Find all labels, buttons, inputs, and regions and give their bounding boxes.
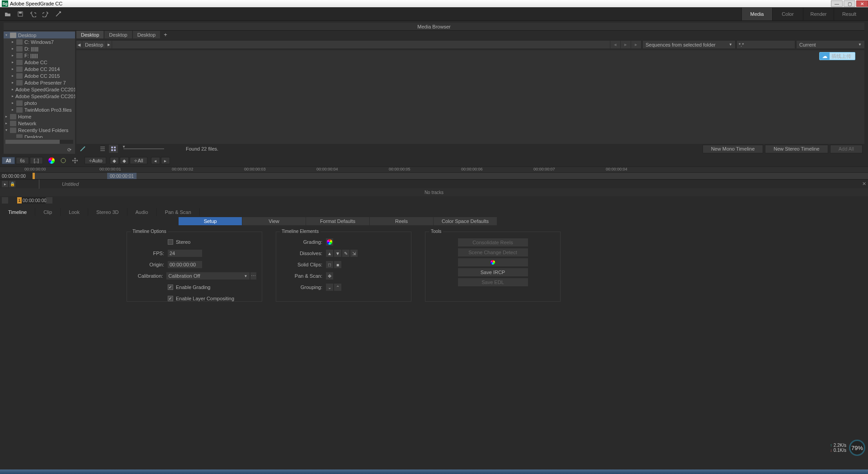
group-expand-icon[interactable]: ⌃: [334, 284, 341, 291]
nav-up-icon[interactable]: ▸: [631, 41, 641, 48]
tree-item-recently-used-folders[interactable]: ▾Recently Used Folders: [4, 127, 75, 133]
track-close-icon[interactable]: ✕: [862, 181, 866, 187]
tree-recent-desktop[interactable]: Desktop: [4, 133, 75, 138]
tree-item-adobe-cc-2015[interactable]: ▸Adobe CC 2015: [4, 72, 75, 79]
subtab-format-defaults[interactable]: Format Defaults: [306, 217, 369, 225]
fps-input[interactable]: 24: [168, 250, 202, 257]
tree-item-network[interactable]: ▸Network: [4, 120, 75, 127]
solid-fill-icon[interactable]: ■: [334, 261, 341, 268]
path-back-icon[interactable]: ◄: [76, 41, 82, 48]
color-tool-button[interactable]: [458, 258, 528, 266]
close-button[interactable]: ✕: [856, 0, 868, 7]
settings-icon[interactable]: [54, 10, 62, 18]
tree-root-desktop[interactable]: ▾Desktop: [4, 32, 75, 38]
solid-outline-icon[interactable]: □: [326, 261, 333, 268]
new-mono-timeline-button[interactable]: New Mono Timeline: [703, 145, 764, 153]
subtab-setup[interactable]: Setup: [179, 217, 242, 225]
list-view-icon[interactable]: [98, 145, 107, 153]
subtab-view[interactable]: View: [242, 217, 306, 225]
tree-item-adobe-cc-2014[interactable]: ▸Adobe CC 2014: [4, 66, 75, 72]
color-wheel-icon[interactable]: [47, 157, 57, 164]
main-tab-media[interactable]: Media: [741, 8, 772, 20]
tree-item-adobe-cc[interactable]: ▸Adobe CC: [4, 59, 75, 66]
nav-next-icon[interactable]: ▸: [621, 41, 631, 48]
move-icon[interactable]: [70, 157, 80, 164]
grading-swatch-icon[interactable]: [326, 238, 333, 246]
windows-taskbar[interactable]: [0, 469, 868, 474]
sidebar-scrollbar[interactable]: [5, 140, 73, 144]
undo-icon[interactable]: [29, 10, 37, 18]
scope-icon[interactable]: [58, 157, 68, 164]
track-lock-icon[interactable]: 🔒: [9, 181, 15, 187]
maximize-button[interactable]: ▢: [844, 0, 855, 7]
panscan-move-icon[interactable]: ✥: [326, 272, 333, 280]
calibration-dropdown[interactable]: Calibration Off▼: [166, 272, 249, 280]
main-tab-result[interactable]: Result: [834, 8, 864, 20]
stereo-checkbox[interactable]: [168, 239, 173, 245]
tc-field[interactable]: 00:00:00:00: [22, 197, 45, 204]
view-filter-dropdown[interactable]: Current▼: [797, 41, 864, 48]
playhead-box[interactable]: 00:00:00:01: [107, 173, 137, 179]
tree-item-home[interactable]: ▸Home: [4, 113, 75, 120]
filter-all-button[interactable]: All: [2, 157, 15, 164]
save-ircp-button[interactable]: Save IRCP: [458, 268, 528, 276]
tc-menu-icon[interactable]: [46, 197, 52, 204]
bottom-tab-timeline[interactable]: Timeline: [0, 208, 35, 216]
bottom-tab-look[interactable]: Look: [61, 208, 88, 216]
sequence-filter-dropdown[interactable]: Sequences from selected folder▼: [643, 41, 735, 48]
mark-out-button[interactable]: ◆: [120, 157, 129, 164]
track-name[interactable]: Untitled: [62, 181, 79, 187]
tree-item-adobe-presenter-7[interactable]: ▸Adobe Presenter 7: [4, 79, 75, 86]
playhead-marker[interactable]: [33, 173, 35, 179]
dissolve-up-icon[interactable]: ▲: [326, 250, 333, 257]
track-expand-icon[interactable]: ▸: [2, 181, 8, 187]
tree-item-f-[interactable]: ▸F: ||||||: [4, 52, 75, 59]
save-icon[interactable]: [16, 10, 24, 18]
path-tab-0[interactable]: Desktop: [76, 31, 104, 38]
tree-item-twinmotion-pro3-files[interactable]: ▸TwinMotion Pro3.files: [4, 106, 75, 113]
refresh-icon[interactable]: ⟳: [67, 147, 71, 153]
tree-item-c-windows7[interactable]: ▸C: Windows7: [4, 38, 75, 45]
timeline-ruler[interactable]: 00:00:00:0000:00:00:0100:00:00:0200:00:0…: [0, 166, 868, 173]
enable-layer-comp-checkbox[interactable]: [168, 296, 173, 301]
new-stereo-timeline-button[interactable]: New Stereo Timeline: [765, 145, 828, 153]
dissolve-edit-icon[interactable]: ✎: [342, 250, 349, 257]
tree-item-adobe-speedgrade-cc2015-fi[interactable]: ▸Adobe SpeedGrade CC2015.fi: [4, 93, 75, 100]
bottom-tab-audio[interactable]: Audio: [127, 208, 157, 216]
next-clip-button[interactable]: ▸: [161, 157, 170, 164]
path-forward-icon[interactable]: ▸: [106, 41, 112, 48]
filter-range-button[interactable]: [..]: [30, 157, 43, 164]
nav-prev-icon[interactable]: ◂: [610, 41, 620, 48]
origin-input[interactable]: 00:00:00:00: [168, 261, 202, 268]
dissolve-link-icon[interactable]: ⇲: [350, 250, 358, 257]
tree-item-adobe-speedgrade-cc2014-fi[interactable]: ▸Adobe SpeedGrade CC2014.fi: [4, 86, 75, 93]
all-marks-button[interactable]: ✧ All: [130, 157, 147, 164]
calibration-menu-icon[interactable]: ⋯: [250, 272, 256, 280]
auto-button[interactable]: ✧ Auto: [85, 157, 107, 164]
enable-grading-checkbox[interactable]: [168, 284, 173, 290]
add-path-tab-button[interactable]: +: [161, 31, 170, 38]
tree-item-photo[interactable]: ▸photo: [4, 100, 75, 106]
playhead-bar[interactable]: 00:00:00:00 00:00:00:01: [0, 173, 868, 179]
subtab-reels[interactable]: Reels: [370, 217, 433, 225]
group-collapse-icon[interactable]: ⌄: [326, 284, 333, 291]
save-edl-button[interactable]: Save EDL: [458, 278, 528, 286]
subtab-color-space-defaults[interactable]: Color Space Defaults: [434, 217, 497, 225]
tree-item-d-[interactable]: ▸D: ||||||: [4, 45, 75, 52]
prev-clip-button[interactable]: ◂: [151, 157, 160, 164]
grid-view-icon[interactable]: [109, 145, 118, 153]
bottom-tab-stereo-d[interactable]: Stereo 3D: [88, 208, 127, 216]
filter-6s-button[interactable]: 6s: [16, 157, 29, 164]
minimize-button[interactable]: —: [831, 0, 843, 7]
upload-badge[interactable]: ☁插线上传: [819, 52, 855, 60]
select-mode-icon[interactable]: [78, 145, 87, 153]
breadcrumb[interactable]: Desktop: [82, 41, 106, 48]
scene-change-button[interactable]: Scene Change Detect: [458, 248, 528, 256]
file-pattern-input[interactable]: *.*: [737, 41, 795, 48]
mark-in-button[interactable]: ◆: [110, 157, 119, 164]
path-tab-1[interactable]: Desktop: [104, 31, 132, 38]
tc-mode-icon[interactable]: [2, 197, 8, 204]
add-all-button[interactable]: Add All: [830, 145, 863, 153]
redo-icon[interactable]: [42, 10, 50, 18]
path-tab-2[interactable]: Desktop: [133, 31, 160, 38]
